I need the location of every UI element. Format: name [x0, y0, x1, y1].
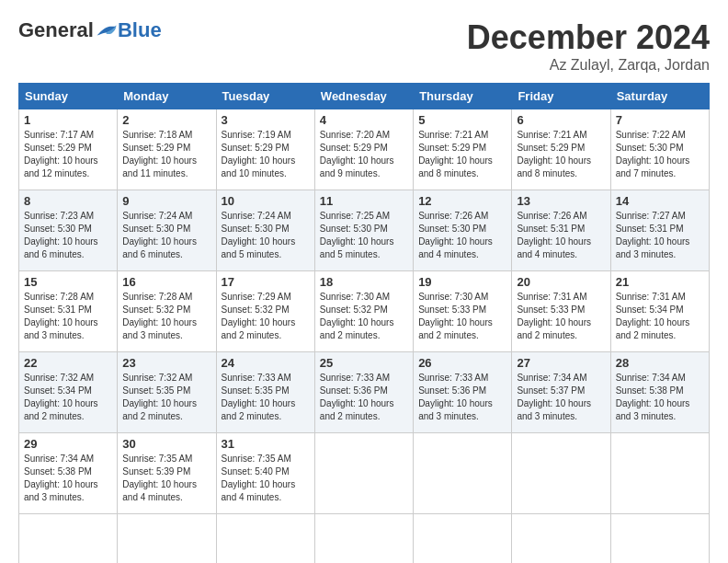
calendar-cell: 9Sunrise: 7:24 AMSunset: 5:30 PMDaylight… — [118, 190, 216, 271]
day-number: 25 — [320, 356, 408, 370]
day-info: Sunrise: 7:19 AMSunset: 5:29 PMDaylight:… — [222, 129, 310, 180]
calendar-row: 29Sunrise: 7:34 AMSunset: 5:38 PMDayligh… — [19, 433, 710, 514]
day-info: Sunrise: 7:35 AMSunset: 5:39 PMDaylight:… — [122, 453, 210, 504]
col-wednesday: Wednesday — [314, 84, 413, 109]
calendar-cell: 5Sunrise: 7:21 AMSunset: 5:29 PMDaylight… — [414, 109, 512, 190]
calendar-cell — [512, 514, 610, 564]
day-number: 28 — [616, 356, 704, 370]
calendar-cell: 13Sunrise: 7:26 AMSunset: 5:31 PMDayligh… — [512, 190, 610, 271]
day-info: Sunrise: 7:28 AMSunset: 5:32 PMDaylight:… — [122, 291, 210, 342]
day-info: Sunrise: 7:27 AMSunset: 5:31 PMDaylight:… — [616, 210, 704, 261]
day-number: 23 — [122, 356, 210, 370]
calendar-cell — [610, 433, 709, 514]
calendar-cell: 23Sunrise: 7:32 AMSunset: 5:35 PMDayligh… — [118, 352, 216, 433]
calendar-cell: 10Sunrise: 7:24 AMSunset: 5:30 PMDayligh… — [216, 190, 314, 271]
day-info: Sunrise: 7:30 AMSunset: 5:32 PMDaylight:… — [320, 291, 408, 342]
day-number: 15 — [24, 275, 112, 289]
page-container: General Blue December 2024 Az Zulayl, Za… — [18, 18, 710, 563]
day-number: 17 — [222, 275, 310, 289]
day-info: Sunrise: 7:33 AMSunset: 5:36 PMDaylight:… — [320, 372, 408, 423]
day-number: 8 — [24, 194, 112, 208]
calendar-cell: 1Sunrise: 7:17 AMSunset: 5:29 PMDaylight… — [19, 109, 118, 190]
day-info: Sunrise: 7:34 AMSunset: 5:37 PMDaylight:… — [517, 372, 605, 423]
calendar-header-row: Sunday Monday Tuesday Wednesday Thursday… — [19, 84, 710, 109]
calendar-row — [19, 514, 710, 564]
day-number: 27 — [517, 356, 605, 370]
day-info: Sunrise: 7:18 AMSunset: 5:29 PMDaylight:… — [122, 129, 210, 180]
calendar-cell: 30Sunrise: 7:35 AMSunset: 5:39 PMDayligh… — [118, 433, 216, 514]
calendar-cell: 8Sunrise: 7:23 AMSunset: 5:30 PMDaylight… — [19, 190, 118, 271]
calendar-cell: 29Sunrise: 7:34 AMSunset: 5:38 PMDayligh… — [19, 433, 118, 514]
calendar-cell — [314, 514, 413, 564]
calendar-cell: 21Sunrise: 7:31 AMSunset: 5:34 PMDayligh… — [610, 271, 709, 352]
calendar-cell: 7Sunrise: 7:22 AMSunset: 5:30 PMDaylight… — [610, 109, 709, 190]
day-info: Sunrise: 7:24 AMSunset: 5:30 PMDaylight:… — [222, 210, 310, 261]
logo: General Blue — [18, 18, 162, 42]
calendar-cell — [414, 514, 512, 564]
calendar-cell — [314, 433, 413, 514]
calendar-table: Sunday Monday Tuesday Wednesday Thursday… — [18, 83, 710, 563]
logo-general: General — [18, 18, 94, 42]
day-info: Sunrise: 7:23 AMSunset: 5:30 PMDaylight:… — [24, 210, 112, 261]
calendar-cell: 18Sunrise: 7:30 AMSunset: 5:32 PMDayligh… — [314, 271, 413, 352]
calendar-cell — [118, 514, 216, 564]
day-number: 18 — [320, 275, 408, 289]
day-info: Sunrise: 7:31 AMSunset: 5:33 PMDaylight:… — [517, 291, 605, 342]
calendar-row: 8Sunrise: 7:23 AMSunset: 5:30 PMDaylight… — [19, 190, 710, 271]
day-info: Sunrise: 7:21 AMSunset: 5:29 PMDaylight:… — [418, 129, 506, 180]
day-number: 7 — [616, 113, 704, 127]
month-title: December 2024 — [467, 18, 710, 57]
calendar-row: 15Sunrise: 7:28 AMSunset: 5:31 PMDayligh… — [19, 271, 710, 352]
day-number: 10 — [222, 194, 310, 208]
calendar-cell — [216, 514, 314, 564]
calendar-cell: 12Sunrise: 7:26 AMSunset: 5:30 PMDayligh… — [414, 190, 512, 271]
day-number: 12 — [418, 194, 506, 208]
day-info: Sunrise: 7:17 AMSunset: 5:29 PMDaylight:… — [24, 129, 112, 180]
day-info: Sunrise: 7:30 AMSunset: 5:33 PMDaylight:… — [418, 291, 506, 342]
calendar-cell: 11Sunrise: 7:25 AMSunset: 5:30 PMDayligh… — [314, 190, 413, 271]
day-info: Sunrise: 7:26 AMSunset: 5:30 PMDaylight:… — [418, 210, 506, 261]
location: Az Zulayl, Zarqa, Jordan — [467, 57, 710, 74]
calendar-cell — [19, 514, 118, 564]
calendar-row: 22Sunrise: 7:32 AMSunset: 5:34 PMDayligh… — [19, 352, 710, 433]
calendar-cell: 3Sunrise: 7:19 AMSunset: 5:29 PMDaylight… — [216, 109, 314, 190]
day-info: Sunrise: 7:25 AMSunset: 5:30 PMDaylight:… — [320, 210, 408, 261]
day-info: Sunrise: 7:20 AMSunset: 5:29 PMDaylight:… — [320, 129, 408, 180]
day-number: 1 — [24, 113, 112, 127]
calendar-cell: 20Sunrise: 7:31 AMSunset: 5:33 PMDayligh… — [512, 271, 610, 352]
day-number: 6 — [517, 113, 605, 127]
calendar-cell: 31Sunrise: 7:35 AMSunset: 5:40 PMDayligh… — [216, 433, 314, 514]
calendar-cell: 4Sunrise: 7:20 AMSunset: 5:29 PMDaylight… — [314, 109, 413, 190]
day-info: Sunrise: 7:29 AMSunset: 5:32 PMDaylight:… — [222, 291, 310, 342]
calendar-cell — [610, 514, 709, 564]
day-info: Sunrise: 7:34 AMSunset: 5:38 PMDaylight:… — [616, 372, 704, 423]
calendar-cell — [414, 433, 512, 514]
calendar-cell: 27Sunrise: 7:34 AMSunset: 5:37 PMDayligh… — [512, 352, 610, 433]
day-number: 20 — [517, 275, 605, 289]
calendar-cell: 6Sunrise: 7:21 AMSunset: 5:29 PMDaylight… — [512, 109, 610, 190]
day-number: 31 — [222, 437, 310, 451]
calendar-cell: 26Sunrise: 7:33 AMSunset: 5:36 PMDayligh… — [414, 352, 512, 433]
logo-bird-icon — [96, 22, 118, 39]
calendar-cell: 15Sunrise: 7:28 AMSunset: 5:31 PMDayligh… — [19, 271, 118, 352]
day-number: 14 — [616, 194, 704, 208]
day-number: 26 — [418, 356, 506, 370]
calendar-row: 1Sunrise: 7:17 AMSunset: 5:29 PMDaylight… — [19, 109, 710, 190]
day-number: 13 — [517, 194, 605, 208]
day-number: 3 — [222, 113, 310, 127]
day-info: Sunrise: 7:35 AMSunset: 5:40 PMDaylight:… — [222, 453, 310, 504]
day-number: 11 — [320, 194, 408, 208]
day-info: Sunrise: 7:32 AMSunset: 5:34 PMDaylight:… — [24, 372, 112, 423]
day-info: Sunrise: 7:21 AMSunset: 5:29 PMDaylight:… — [517, 129, 605, 180]
calendar-cell: 24Sunrise: 7:33 AMSunset: 5:35 PMDayligh… — [216, 352, 314, 433]
calendar-cell: 16Sunrise: 7:28 AMSunset: 5:32 PMDayligh… — [118, 271, 216, 352]
col-tuesday: Tuesday — [216, 84, 314, 109]
col-monday: Monday — [118, 84, 216, 109]
title-area: December 2024 Az Zulayl, Zarqa, Jordan — [467, 18, 710, 74]
day-info: Sunrise: 7:31 AMSunset: 5:34 PMDaylight:… — [616, 291, 704, 342]
col-sunday: Sunday — [19, 84, 118, 109]
calendar-cell: 19Sunrise: 7:30 AMSunset: 5:33 PMDayligh… — [414, 271, 512, 352]
header: General Blue December 2024 Az Zulayl, Za… — [18, 18, 710, 74]
day-info: Sunrise: 7:28 AMSunset: 5:31 PMDaylight:… — [24, 291, 112, 342]
day-info: Sunrise: 7:26 AMSunset: 5:31 PMDaylight:… — [517, 210, 605, 261]
